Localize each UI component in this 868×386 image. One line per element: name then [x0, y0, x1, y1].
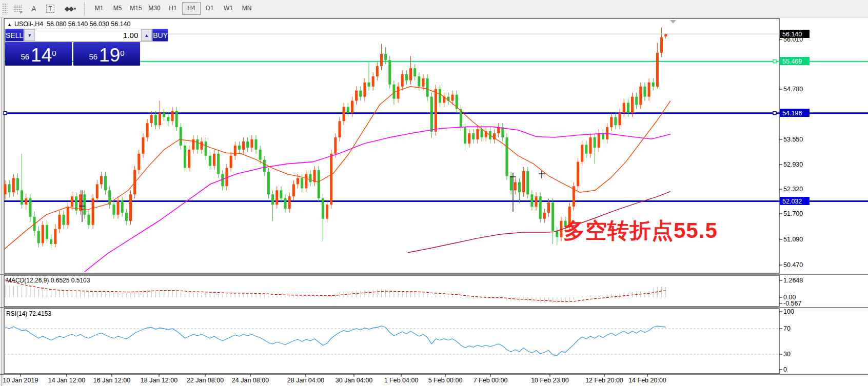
price-up-triangle-icon: ▲ [7, 22, 12, 27]
timeframe-button-d1[interactable]: D1 [201, 2, 219, 15]
one-click-trading-panel: SELL ▼ ▲ BUY 56 14 0 56 19 0 [5, 29, 140, 66]
price-tick-label: 52.320 [783, 186, 803, 193]
price-badge-label: 55.469 [782, 58, 802, 65]
time-tick-label: 22 Jan 08:00 [187, 377, 224, 384]
time-tick-label: 28 Jan 04:00 [287, 377, 324, 384]
hline-handle[interactable] [773, 112, 776, 115]
time-tick-label: 14 Feb 20:00 [628, 377, 666, 384]
rsi-axis-label: 30 [783, 351, 791, 358]
price-tick-label: 51.700 [783, 210, 803, 217]
rsi-axis-label: 0 [783, 366, 787, 373]
bid-price-dec: 14 [31, 47, 52, 64]
toolbar: F A T ◆◆ ▾ M1M5M15M30H1H4D1W1MN [0, 0, 868, 17]
indicator-grid-letter: F [20, 10, 23, 15]
timeframe-button-mn[interactable]: MN [238, 2, 256, 15]
bid-price-int: 56 [21, 50, 29, 64]
time-tick-label: 1 Feb 04:00 [384, 377, 419, 384]
window-left-edge [0, 17, 4, 386]
bid-price-pip: 0 [52, 43, 56, 64]
chevron-down-icon[interactable]: ▾ [74, 6, 76, 11]
text-label-icon[interactable]: A [27, 3, 41, 15]
macd-axis-label: -0.567 [783, 300, 801, 307]
price-tick-label: 53.550 [783, 136, 803, 143]
ask-price-int: 56 [89, 50, 97, 64]
buy-button[interactable]: BUY [152, 29, 168, 42]
time-tick-label: 24 Jan 08:00 [232, 377, 269, 384]
indicator-grid-icon[interactable]: F [11, 3, 24, 15]
toolbar-drag-handle[interactable] [2, 3, 7, 14]
arrows-tool-icon[interactable]: ◆◆ ▾ [60, 3, 81, 15]
rsi-axis-label: 70 [783, 325, 791, 332]
time-tick-label: 7 Feb 00:00 [474, 377, 508, 384]
price-badge-label: 52.032 [782, 198, 802, 205]
volume-down-button[interactable]: ▼ [24, 29, 35, 41]
timeframe-button-m5[interactable]: M5 [108, 2, 127, 15]
rsi-axis-label: 100 [783, 308, 794, 315]
price-tick-label: 50.470 [783, 261, 803, 269]
chart-text-annotation: 多空转折点55.5 [563, 216, 718, 245]
quote-bar: ▲USOil-,H4 56.080 56.140 56.030 56.140 [7, 21, 131, 28]
volume-control: ▼ ▲ [24, 29, 152, 42]
macd-axis-label: 1.2648 [783, 277, 803, 284]
timeframe-button-h1[interactable]: H1 [164, 2, 182, 15]
timeframe-button-m15[interactable]: M15 [127, 2, 145, 15]
time-tick-label: 10 Feb 23:00 [531, 377, 569, 384]
price-tick-label: 52.930 [783, 161, 803, 168]
time-tick-label: 18 Jan 12:00 [141, 377, 177, 384]
time-tick-label: 16 Jan 12:00 [93, 377, 130, 384]
hline-handle[interactable] [4, 112, 7, 115]
price-badge-label: 56.140 [782, 31, 802, 38]
time-tick-label: 5 Feb 00:00 [428, 377, 463, 384]
sell-button[interactable]: SELL [5, 29, 24, 42]
time-tick-label: 12 Feb 20:00 [585, 377, 623, 384]
time-tick-label: 30 Jan 04:00 [336, 377, 372, 384]
arrows-glyph: ◆◆ [65, 5, 73, 12]
macd-indicator-label: MACD(12,26,9) 0.6525 0.5103 [6, 277, 90, 284]
rsi-indicator-label: RSI(14) 72.4153 [6, 310, 51, 317]
ohlc-values: 56.080 56.140 56.030 56.140 [47, 21, 130, 28]
hline-handle[interactable] [773, 60, 776, 63]
timeframe-button-m30[interactable]: M30 [145, 2, 164, 15]
price-badge-label: 54.196 [782, 110, 802, 117]
text-box-letter: T [46, 5, 54, 13]
ask-price-display[interactable]: 56 19 0 [73, 42, 140, 66]
timeframe-button-w1[interactable]: W1 [219, 2, 238, 15]
price-tick-label: 51.090 [783, 236, 803, 243]
ask-price-pip: 0 [120, 43, 124, 64]
toolbar-separator [84, 3, 88, 15]
volume-up-button[interactable]: ▲ [141, 29, 152, 41]
bid-price-display[interactable]: 56 14 0 [5, 42, 72, 66]
time-tick-label: 14 Jan 12:00 [48, 377, 85, 384]
price-tick-label: 54.780 [783, 86, 803, 93]
ask-price-dec: 19 [99, 47, 120, 64]
text-box-icon[interactable]: T [44, 3, 57, 15]
symbol-label: USOil-,H4 [14, 21, 43, 28]
timeframe-button-m1[interactable]: M1 [90, 2, 108, 15]
volume-input[interactable] [35, 29, 141, 41]
timeframe-button-group: M1M5M15M30H1H4D1W1MN [90, 2, 256, 15]
timeframe-button-h4[interactable]: H4 [182, 2, 201, 15]
time-tick-label: 10 Jan 2019 [3, 377, 38, 384]
chart-canvas[interactable]: 56.01054.78053.55052.93052.32051.70051.0… [0, 17, 868, 386]
